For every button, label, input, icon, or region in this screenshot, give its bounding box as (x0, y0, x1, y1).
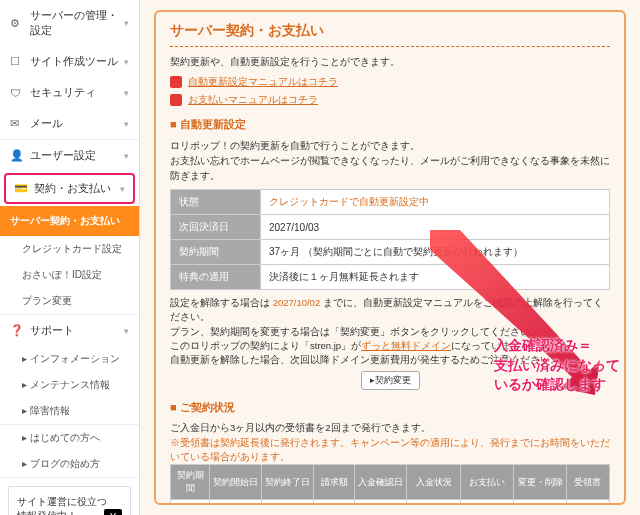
window-icon: ☐ (10, 55, 24, 68)
contract-period: 37ヶ月 （契約期間ごとに自動で契約更新が行われます） (261, 240, 610, 265)
sidebar-beginner[interactable]: ▸ はじめての方へ (0, 425, 139, 451)
next-payment-date: 2027/10/03 (261, 215, 610, 240)
sidebar-security[interactable]: 🛡セキュリティ▾ (0, 77, 139, 108)
sidebar: ⚙サーバーの管理・設定▾ ☐サイト作成ツール▾ 🛡セキュリティ▾ ✉メール▾ 👤… (0, 0, 140, 515)
sidebar-sub-info[interactable]: ▸ インフォメーション (0, 346, 139, 372)
sidebar-sub-osaipo[interactable]: おさいぽ！ID設定 (0, 262, 139, 288)
card-icon: 💳 (14, 182, 28, 195)
issue-button[interactable]: ▸ 発 行 (570, 504, 606, 505)
change-contract-button[interactable]: ▸契約変更 (361, 371, 420, 390)
section-contract-status: ■ ご契約状況 (170, 400, 610, 415)
sidebar-server[interactable]: ⚙サーバーの管理・設定▾ (0, 0, 139, 46)
benefit: 決済後に１ヶ月無料延長されます (261, 265, 610, 290)
sidebar-sub-server-contract[interactable]: サーバー契約・お支払い (0, 206, 139, 236)
sidebar-sub-maint[interactable]: ▸ メンテナンス情報 (0, 372, 139, 398)
help-icon: ❓ (10, 324, 24, 337)
sidebar-sub-plan[interactable]: プラン変更 (0, 288, 139, 314)
shield-icon: 🛡 (10, 87, 24, 99)
x-icon: X (104, 509, 122, 515)
sidebar-blog-start[interactable]: ▸ ブログの始め方 (0, 451, 139, 477)
manual-link-2[interactable]: お支払いマニュアルはコチラ (170, 93, 610, 107)
pdf-icon (170, 76, 182, 88)
sidebar-sub-credit[interactable]: クレジットカード設定 (0, 236, 139, 262)
annotation-callout: 入金確認済み＝ 支払い済みになって いるか確認します (494, 336, 620, 395)
auto-renewal-table: 状態クレジットカードで自動更新設定中 次回決済日2027/10/03 契約期間3… (170, 189, 610, 290)
contract-list-table: 契約期間契約開始日契約終了日請求額入金確認日入金状況お支払い変更・削除受領書 3… (170, 464, 610, 505)
manual-link-1[interactable]: 自動更新設定マニュアルはコチラ (170, 75, 610, 89)
sidebar-mail[interactable]: ✉メール▾ (0, 108, 139, 139)
sidebar-support[interactable]: ❓サポート▾ (0, 315, 139, 346)
sidebar-sub-trouble[interactable]: ▸ 障害情報 (0, 398, 139, 424)
page-desc: 契約更新や、自動更新設定を行うことができます。 (170, 55, 610, 69)
sidebar-banner[interactable]: サイト運営に役立つ 情報発信中！ X (8, 486, 131, 515)
change-button[interactable]: ▸契約変更 (517, 504, 563, 505)
section-auto-renewal: ■ 自動更新設定 (170, 117, 610, 132)
status-value: クレジットカードで自動更新設定中 (261, 190, 610, 215)
sidebar-site-tools[interactable]: ☐サイト作成ツール▾ (0, 46, 139, 77)
chevron-down-icon: ▾ (124, 18, 129, 28)
main-content: サーバー契約・お支払い 契約更新や、自動更新設定を行うことができます。 自動更新… (140, 0, 640, 515)
server-icon: ⚙ (10, 17, 24, 30)
sidebar-contract[interactable]: 💳契約・お支払い▾ (4, 173, 135, 204)
sidebar-user[interactable]: 👤ユーザー設定▾ (0, 140, 139, 171)
mail-icon: ✉ (10, 117, 24, 130)
table-row: 37ヶ月2024/09/062027/10/05¥ 19,8002024/09/… (171, 500, 610, 506)
pdf-icon (170, 94, 182, 106)
pay-button[interactable]: ▸お支払い (464, 504, 510, 505)
free-domain-link[interactable]: ずっと無料ドメイン (361, 340, 451, 351)
user-icon: 👤 (10, 149, 24, 162)
page-title: サーバー契約・お支払い (170, 22, 610, 47)
